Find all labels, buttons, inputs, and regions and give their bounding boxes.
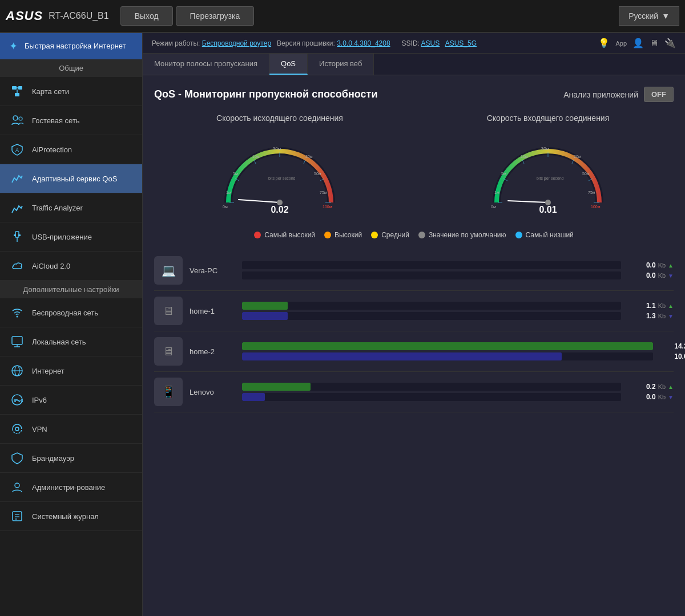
header: ASUS RT-AC66U_B1 Выход Перезагрузка Русс… (0, 0, 685, 33)
user-icon[interactable]: 👤 (632, 38, 644, 48)
aicloud-icon (9, 258, 25, 274)
download-gauge-svg: 30м 20м 10м 50м 5м 75м 1м 100м 0м bits p… (485, 128, 611, 214)
device-speed-info: 0.0 Kb ▲ 0.0 Kb ▼ (628, 261, 674, 279)
sidebar-item-admin[interactable]: Администри-рование (0, 473, 142, 502)
upload-speed-row: 0.0 Kb ▲ (646, 261, 674, 269)
sidebar-item-adaptive-qos[interactable]: Адаптивный сервис QoS (0, 164, 142, 193)
sidebar-item-aicloud[interactable]: AiCloud 2.0 (0, 252, 142, 281)
svg-text:bits per second: bits per second (268, 176, 296, 181)
upload-bar-fill (242, 302, 288, 310)
mode-value-link[interactable]: Беспроводной роутер (202, 39, 271, 47)
sidebar-item-firewall[interactable]: Брандмауэр (0, 444, 142, 473)
syslog-icon (9, 508, 25, 524)
app-label: App (615, 40, 627, 47)
upload-arrow-icon: ▲ (668, 303, 674, 309)
quick-setup-item[interactable]: ✦ Быстрая настройка Интернет (0, 33, 142, 59)
monitor-icon[interactable]: 🖥 (650, 38, 659, 48)
svg-rect-9 (14, 234, 16, 236)
usb-icon[interactable]: 🔌 (664, 38, 676, 48)
priority-high-dot (324, 232, 331, 238)
svg-text:0м: 0м (223, 205, 228, 209)
ipv6-icon: IPv6 (9, 392, 25, 408)
svg-rect-2 (15, 93, 19, 96)
ssid-link[interactable]: ASUS (421, 39, 440, 47)
sidebar-item-network-map[interactable]: Карта сети (0, 77, 142, 106)
exit-button[interactable]: Выход (120, 6, 173, 26)
tab-history[interactable]: История веб (308, 54, 374, 75)
wan-label: Интернет (32, 367, 65, 375)
sidebar-item-lan[interactable]: Локальная сеть (0, 327, 142, 356)
svg-text:1м: 1м (494, 191, 499, 194)
sidebar-item-usb-app[interactable]: USB-приложение (0, 222, 142, 252)
sidebar-item-syslog[interactable]: Системный журнал (0, 502, 142, 531)
ipv6-label: IPv6 (32, 396, 47, 404)
priority-lowest: Самый низший (515, 231, 574, 239)
priority-medium-label: Средний (381, 231, 409, 239)
asus-logo: ASUS (6, 9, 43, 23)
download-speed-row: 0.0 Kb ▼ (646, 271, 674, 279)
svg-rect-8 (15, 232, 19, 237)
main-layout: ✦ Быстрая настройка Интернет Общие Карта… (0, 33, 685, 616)
device-name: home-1 (190, 307, 235, 315)
device-icon-box: 🖥 (154, 337, 183, 366)
adaptive-qos-icon (9, 171, 25, 187)
reboot-button[interactable]: Перезагрузка (176, 6, 255, 26)
upload-bar-fill (242, 383, 311, 391)
ssid-5g-link[interactable]: ASUS_5G (445, 39, 477, 47)
download-arrow-icon: ▼ (668, 394, 674, 400)
download-bar-row (242, 352, 653, 360)
svg-line-44 (239, 200, 280, 202)
priority-medium: Средний (371, 231, 409, 239)
aiprotection-icon: A (9, 141, 25, 157)
wireless-label: Беспроводная сеть (32, 309, 98, 317)
section-general-title: Общие (0, 59, 142, 77)
svg-text:1м: 1м (226, 191, 231, 194)
notification-icon[interactable]: 💡 (598, 38, 610, 48)
admin-icon (9, 479, 25, 495)
lan-label: Локальная сеть (32, 338, 86, 346)
sidebar-item-wan[interactable]: Интернет (0, 356, 142, 386)
svg-text:5м: 5м (233, 172, 238, 176)
upload-speed-row: 14.2 Kb ▲ (674, 342, 685, 350)
upload-speed-row: 1.1 Kb ▲ (646, 302, 674, 310)
network-map-label: Карта сети (32, 87, 69, 96)
mode-label: Режим работы: Беспроводной роутер Версия… (152, 39, 390, 47)
device-speed-info: 0.2 Kb ▲ 0.0 Kb ▼ (628, 383, 674, 401)
svg-text:100м: 100м (591, 205, 601, 209)
svg-text:bits per second: bits per second (537, 176, 564, 181)
download-bar-row (242, 271, 621, 279)
download-speed-val: 1.3 (646, 312, 656, 320)
upload-bar-row (242, 261, 621, 269)
sidebar-item-ipv6[interactable]: IPv6 IPv6 (0, 386, 142, 415)
language-select[interactable]: Русский ▼ (619, 6, 679, 26)
svg-text:75м: 75м (320, 191, 327, 194)
upload-speed-unit: Kb (658, 262, 666, 269)
sidebar-item-vpn[interactable]: VPN (0, 415, 142, 444)
adaptive-qos-label: Адаптивный сервис QoS (32, 175, 117, 183)
tab-bandwidth[interactable]: Монитор полосы пропускания (143, 54, 269, 75)
upload-arrow-icon: ▲ (668, 384, 674, 390)
app-analysis-toggle[interactable]: OFF (644, 87, 674, 102)
download-bar-fill (242, 312, 288, 320)
vpn-icon (9, 421, 25, 437)
sidebar-item-aiprotection[interactable]: A AiProtection (0, 135, 142, 164)
sidebar-item-guest-network[interactable]: Гостевая сеть (0, 106, 142, 135)
svg-point-6 (19, 117, 22, 120)
device-row-lenovo: 📱 Lenovo 0.2 Kb ▲ 0.0 Kb ▼ (154, 372, 674, 412)
admin-label: Администри-рование (32, 483, 105, 492)
svg-text:10м: 10м (252, 155, 260, 159)
svg-rect-0 (12, 86, 17, 90)
device-speed-info: 1.1 Kb ▲ 1.3 Kb ▼ (628, 302, 674, 320)
aicloud-label: AiCloud 2.0 (32, 262, 70, 270)
aiprotection-label: AiProtection (32, 145, 72, 154)
tab-qos[interactable]: QoS (269, 54, 308, 75)
sidebar-item-traffic-analyzer[interactable]: Traffic Analyzer (0, 193, 142, 222)
fw-value-link[interactable]: 3.0.0.4.380_4208 (337, 39, 390, 47)
svg-text:50м: 50м (582, 172, 590, 176)
svg-rect-1 (18, 86, 22, 90)
download-bar-row (242, 312, 621, 320)
priority-highest-label: Самый высокий (264, 231, 315, 239)
sidebar-item-wireless[interactable]: Беспроводная сеть (0, 298, 142, 327)
quick-setup-icon: ✦ (9, 40, 18, 52)
syslog-label: Системный журнал (32, 512, 99, 521)
